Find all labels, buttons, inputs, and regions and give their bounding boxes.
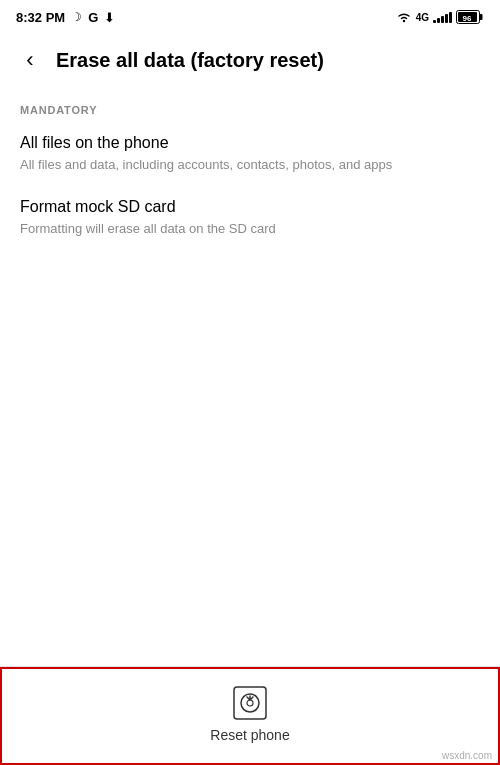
google-icon: G: [88, 10, 98, 25]
list-item-sdcard-desc: Formatting will erase all data on the SD…: [20, 220, 480, 238]
reset-phone-button[interactable]: Reset phone: [0, 667, 500, 765]
svg-point-0: [402, 20, 404, 22]
battery-icon: 96: [456, 10, 484, 24]
svg-text:96: 96: [463, 14, 472, 23]
status-time: 8:32 PM: [16, 10, 65, 25]
status-bar-right: 4G 96: [396, 10, 484, 24]
header: ‹ Erase all data (factory reset): [0, 32, 500, 88]
network-type-icon: 4G: [416, 12, 429, 23]
list-item-files-desc: All files and data, including accounts, …: [20, 156, 480, 174]
bottom-container: Reset phone: [0, 666, 500, 765]
wifi-icon: [396, 11, 412, 23]
svg-point-7: [247, 700, 253, 706]
section-label: MANDATORY: [20, 104, 480, 116]
list-item-files: All files on the phone All files and dat…: [20, 134, 480, 174]
list-item-files-title: All files on the phone: [20, 134, 480, 152]
reset-phone-icon: [232, 685, 268, 721]
back-arrow-icon: ‹: [26, 47, 33, 73]
status-bar: 8:32 PM ☽ G ⬇ 4G 96: [0, 0, 500, 32]
status-bar-left: 8:32 PM ☽ G ⬇: [16, 10, 115, 25]
signal-bars-icon: [433, 11, 452, 23]
svg-rect-5: [234, 687, 266, 719]
moon-icon: ☽: [71, 10, 82, 24]
content-area: MANDATORY All files on the phone All fil…: [0, 88, 500, 278]
svg-rect-2: [480, 14, 483, 20]
download-icon: ⬇: [104, 10, 115, 25]
watermark: wsxdn.com: [442, 750, 492, 761]
list-item-sdcard-title: Format mock SD card: [20, 198, 480, 216]
page-title: Erase all data (factory reset): [56, 49, 484, 72]
back-button[interactable]: ‹: [12, 42, 48, 78]
reset-phone-label: Reset phone: [210, 727, 289, 743]
list-item-sdcard: Format mock SD card Formatting will eras…: [20, 198, 480, 238]
